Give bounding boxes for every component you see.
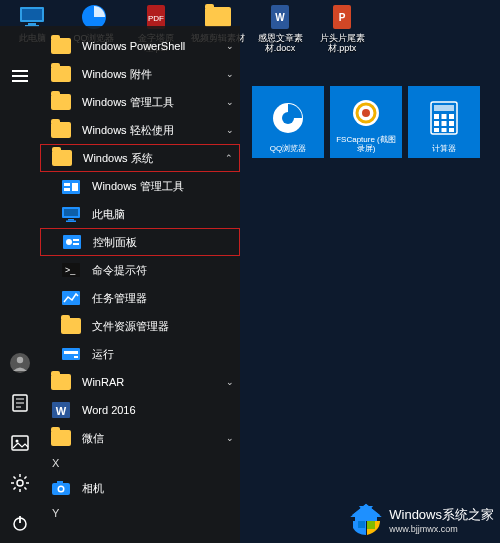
app-item-windows[interactable]: Windows 管理工具 ⌄ [40,88,240,116]
app-item-label: 此电脑 [92,207,234,222]
svg-rect-2 [28,23,36,25]
power-button[interactable] [0,503,40,543]
app-item-windows[interactable]: Windows 轻松使用 ⌄ [40,116,240,144]
letter-header-y[interactable]: Y [40,502,240,524]
app-item-label: Windows 管理工具 [92,179,234,194]
svg-rect-43 [73,239,79,241]
folder-icon [50,371,72,393]
app-item-label: 文件资源管理器 [92,319,234,334]
svg-rect-12 [12,75,28,77]
chevron-down-icon: ⌄ [226,433,234,443]
svg-line-27 [14,477,16,479]
svg-text:PDF: PDF [148,14,164,23]
hamburger-button[interactable] [0,56,40,96]
folder-icon [50,63,72,85]
svg-line-29 [14,487,16,489]
apps-list[interactable]: Windows PowerShell ⌄ Windows 附件 ⌄ Window… [40,26,240,543]
tile-calculator[interactable]: 计算器 [408,86,480,158]
chevron-down-icon: ⌄ [226,97,234,107]
svg-rect-66 [449,114,454,119]
windows-logo-icon [349,503,383,537]
svg-rect-79 [367,521,374,528]
cmd-icon: >_ [60,259,82,281]
app-item-windows[interactable]: Windows 系统 ⌃ [40,144,240,172]
app-item-item-11[interactable]: 运行 [40,340,240,368]
app-item-label: 微信 [82,431,216,446]
app-item-item-9[interactable]: 任务管理器 [40,284,240,312]
tile-label: QQ浏览器 [270,145,306,154]
app-item-item-10[interactable]: 文件资源管理器 [40,312,240,340]
camera-icon [50,477,72,499]
svg-rect-40 [66,221,76,223]
app-item-label: 任务管理器 [92,291,234,306]
svg-rect-38 [64,209,78,216]
letter-header-x[interactable]: X [40,452,240,474]
chevron-down-icon: ⌄ [226,69,234,79]
svg-line-28 [24,487,26,489]
app-item-label: Windows 系统 [83,151,215,166]
folder-icon [50,35,72,57]
svg-rect-63 [434,105,454,111]
app-item-label: 控制面板 [93,235,233,250]
watermark-title: Windows系统之家 [389,506,494,524]
svg-point-61 [362,109,370,117]
task-icon [60,287,82,309]
app-item-label: 相机 [82,481,234,496]
app-item-label: 运行 [92,347,234,362]
watermark-url: www.bjjmwx.com [389,524,494,534]
settings-button[interactable] [0,463,40,503]
app-item-label: 命令提示符 [92,263,234,278]
chevron-down-icon: ⌄ [226,41,234,51]
watermark: Windows系统之家 www.bjjmwx.com [349,503,494,537]
app-item-windows-powershell[interactable]: Windows PowerShell ⌄ [40,32,240,60]
app-item-item-8[interactable]: >_ 命令提示符 [40,256,240,284]
svg-point-58 [282,112,294,124]
cpl-icon [61,231,83,253]
word-icon: W [50,399,72,421]
pictures-button[interactable] [0,423,40,463]
documents-button[interactable] [0,383,40,423]
folder-icon [50,427,72,449]
svg-rect-36 [72,183,78,191]
app-item-windows[interactable]: Windows 管理工具 [40,172,240,200]
svg-rect-11 [12,70,28,72]
chevron-up-icon: ⌃ [225,153,233,163]
app-item-windows[interactable]: Windows 附件 ⌄ [40,60,240,88]
app-item-winrar[interactable]: WinRAR ⌄ [40,368,240,396]
app-item-label: Windows PowerShell [82,40,216,52]
svg-rect-49 [64,351,78,354]
app-item-label: WinRAR [82,376,216,388]
calculator-icon [429,90,459,145]
svg-point-42 [66,239,72,245]
svg-rect-67 [434,121,439,126]
svg-rect-65 [442,114,447,119]
tile-fscapture[interactable]: FSCapture (截图录屏) [330,86,402,158]
svg-point-56 [59,487,63,491]
app-item-label: Windows 管理工具 [82,95,216,110]
svg-rect-35 [64,188,70,191]
svg-rect-13 [12,80,28,82]
app-item-item-7[interactable]: 控制面板 [40,228,240,256]
app-item-camera[interactable]: 相机 [40,474,240,502]
tile-label: FSCapture (截图录屏) [334,136,398,154]
svg-point-15 [17,357,23,363]
folder-icon [50,91,72,113]
user-button[interactable] [0,343,40,383]
svg-point-21 [16,440,19,443]
app-item-item-14[interactable]: 微信 ⌄ [40,424,240,452]
svg-rect-69 [449,121,454,126]
pc-icon [60,203,82,225]
tile-qq-browser[interactable]: QQ浏览器 [252,86,324,158]
svg-rect-50 [74,356,78,358]
svg-rect-44 [73,243,79,245]
app-item-label: Word 2016 [82,404,234,416]
svg-text:W: W [56,405,67,417]
app-item-item-6[interactable]: 此电脑 [40,200,240,228]
chevron-down-icon: ⌄ [226,377,234,387]
svg-line-30 [24,477,26,479]
svg-rect-64 [434,114,439,119]
start-rail [0,26,40,543]
app-item-word-2016[interactable]: W Word 2016 [40,396,240,424]
svg-rect-34 [64,183,70,186]
svg-rect-20 [12,436,28,450]
